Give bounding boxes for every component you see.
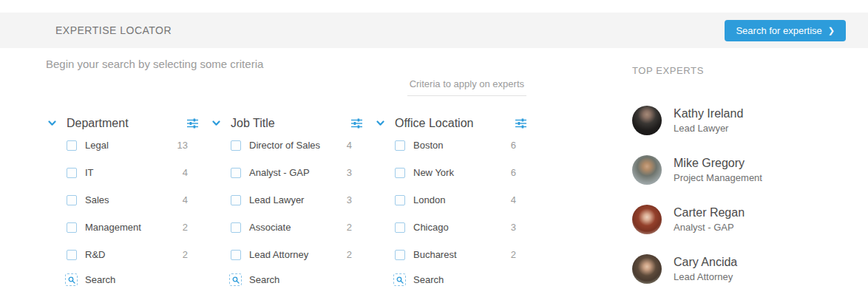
criteria-caption: Criteria to apply on experts <box>407 78 526 96</box>
expert-role: Lead Attorney <box>674 271 737 282</box>
option-count: 4 <box>183 194 188 205</box>
option-label: New York <box>413 167 454 178</box>
facet-title: Job Title <box>231 117 275 130</box>
avatar <box>632 106 662 135</box>
option-count: 3 <box>347 167 352 178</box>
facet-search[interactable]: Search <box>210 273 362 286</box>
option-label: Analyst - GAP <box>249 167 310 178</box>
facet-option[interactable]: Bucharest 2 <box>374 241 526 268</box>
option-count: 2 <box>183 249 188 260</box>
checkbox[interactable] <box>231 168 241 178</box>
facet-option[interactable]: Director of Sales 4 <box>210 132 362 159</box>
checkbox[interactable] <box>67 195 77 205</box>
option-count: 2 <box>183 222 188 233</box>
facet-option[interactable]: New York 6 <box>374 159 526 186</box>
facet-option[interactable]: Management 2 <box>46 214 198 241</box>
checkbox[interactable] <box>395 250 405 260</box>
expert-text: Cary Ancida Lead Attorney <box>674 256 737 282</box>
search-icon <box>229 273 242 286</box>
app-bar: EXPERTISE LOCATOR Search for expertise ❯ <box>0 13 868 48</box>
tune-filter-icon[interactable] <box>351 118 362 129</box>
facet-option[interactable]: Chicago 3 <box>374 214 526 241</box>
facet-search-label: Search <box>413 274 444 285</box>
option-count: 4 <box>347 140 352 151</box>
main-content: Begin your search by selecting some crit… <box>0 48 868 303</box>
facet-option[interactable]: Boston 6 <box>374 132 526 159</box>
facet-columns: Department Legal 13 IT 4 Sales 4 <box>46 115 526 286</box>
chevron-down-icon[interactable] <box>48 120 56 126</box>
top-experts-panel: TOP EXPERTS Kathy Ireland Lead Lawyer Mi… <box>632 58 854 303</box>
tune-filter-icon[interactable] <box>515 118 526 129</box>
option-label: Boston <box>413 140 443 151</box>
search-icon <box>393 273 406 286</box>
facet-title: Department <box>67 117 129 130</box>
expert-name: Mike Gregory <box>674 157 762 170</box>
facet-search-label: Search <box>85 274 115 285</box>
option-count: 2 <box>347 222 352 233</box>
chevron-down-icon[interactable] <box>376 120 384 126</box>
option-label: Lead Attorney <box>249 249 308 260</box>
expert-text: Mike Gregory Project Management <box>674 157 762 183</box>
expert-row[interactable]: Carter Regan Analyst - GAP <box>632 205 854 234</box>
expert-role: Project Management <box>674 172 762 183</box>
option-count: 3 <box>347 194 352 205</box>
option-label: Lead Lawyer <box>249 194 304 205</box>
avatar <box>632 155 662 185</box>
facet-option[interactable]: Lead Attorney 2 <box>210 241 362 268</box>
expert-text: Carter Regan Analyst - GAP <box>674 206 745 233</box>
facet-department: Department Legal 13 IT 4 Sales 4 <box>46 115 198 286</box>
expert-row[interactable]: Mike Gregory Project Management <box>632 155 854 185</box>
expert-name: Cary Ancida <box>674 256 737 269</box>
facet-option[interactable]: Legal 13 <box>46 132 198 159</box>
checkbox[interactable] <box>395 140 405 151</box>
search-icon <box>65 273 78 286</box>
checkbox[interactable] <box>231 195 241 205</box>
page-title: EXPERTISE LOCATOR <box>55 24 172 36</box>
tune-filter-icon[interactable] <box>187 118 198 129</box>
option-count: 2 <box>347 249 352 260</box>
avatar <box>632 205 662 234</box>
facet-option[interactable]: R&D 2 <box>46 241 198 268</box>
facet-option[interactable]: London 4 <box>374 186 526 214</box>
option-count: 2 <box>511 249 516 260</box>
criteria-caption-row: Criteria to apply on experts <box>46 77 526 96</box>
checkbox[interactable] <box>67 222 77 233</box>
facet-option[interactable]: Sales 4 <box>46 186 198 214</box>
checkbox[interactable] <box>67 168 77 178</box>
checkbox[interactable] <box>231 222 241 233</box>
expert-row[interactable]: Kathy Ireland Lead Lawyer <box>632 106 854 135</box>
checkbox[interactable] <box>395 222 405 233</box>
option-count: 4 <box>511 194 516 205</box>
expert-name: Carter Regan <box>674 206 745 219</box>
option-label: R&D <box>85 249 105 260</box>
facet-office-location: Office Location Boston 6 New York 6 Lond… <box>374 115 526 286</box>
checkbox[interactable] <box>67 250 77 260</box>
checkbox[interactable] <box>231 250 241 260</box>
facet-option[interactable]: Associate 2 <box>210 214 362 241</box>
chevron-right-icon: ❯ <box>828 27 835 35</box>
option-label: Bucharest <box>413 249 457 260</box>
checkbox[interactable] <box>395 168 405 178</box>
option-label: Director of Sales <box>249 140 320 151</box>
facet-option[interactable]: Lead Lawyer 3 <box>210 186 362 214</box>
search-for-expertise-button[interactable]: Search for expertise ❯ <box>725 20 846 41</box>
facet-job-title: Job Title Director of Sales 4 Analyst - … <box>210 115 362 286</box>
chevron-down-icon[interactable] <box>212 120 220 126</box>
option-count: 3 <box>511 222 516 233</box>
checkbox[interactable] <box>231 140 241 151</box>
facet-header: Department <box>46 115 198 132</box>
expert-row[interactable]: Cary Ancida Lead Attorney <box>632 254 854 284</box>
criteria-area: Begin your search by selecting some crit… <box>46 58 526 303</box>
facet-search[interactable]: Search <box>46 273 198 286</box>
checkbox[interactable] <box>395 195 405 205</box>
top-experts-list: Kathy Ireland Lead Lawyer Mike Gregory P… <box>632 106 854 284</box>
option-label: Legal <box>85 140 109 151</box>
option-count: 13 <box>177 140 188 151</box>
facet-search[interactable]: Search <box>374 273 526 286</box>
option-label: Associate <box>249 222 291 233</box>
intro-text: Begin your search by selecting some crit… <box>46 58 526 70</box>
checkbox[interactable] <box>67 140 77 151</box>
avatar <box>632 254 662 284</box>
facet-option[interactable]: Analyst - GAP 3 <box>210 159 362 186</box>
facet-option[interactable]: IT 4 <box>46 159 198 186</box>
